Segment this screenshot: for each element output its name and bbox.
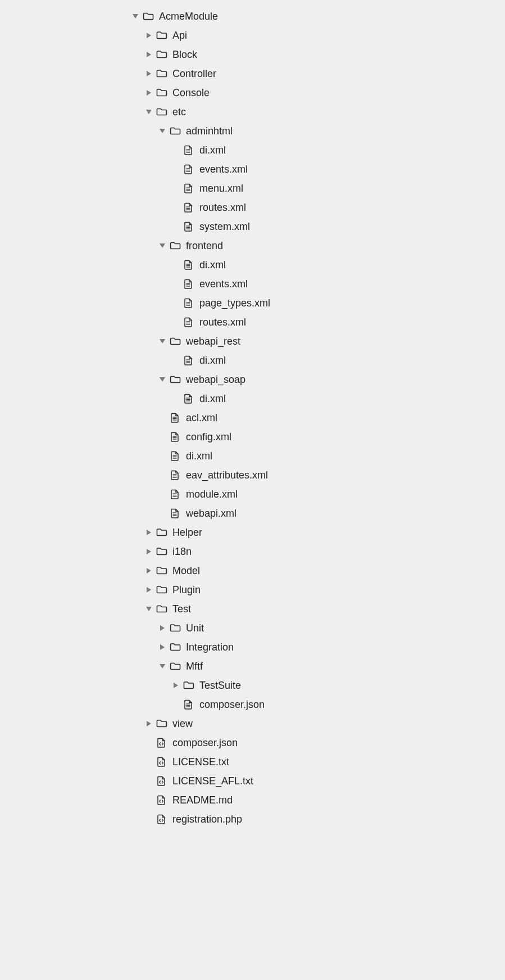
tree-item-label: Unit: [186, 618, 204, 638]
file-text-icon: [169, 432, 181, 442]
tree-row[interactable]: i18n: [0, 542, 505, 561]
chevron-right-icon[interactable]: [145, 548, 152, 555]
chevron-down-icon[interactable]: [132, 13, 139, 20]
tree-row[interactable]: webapi_rest: [0, 332, 505, 351]
tree-item-label: Block: [172, 45, 197, 64]
file-tree: AcmeModuleApiBlockControllerConsoleetcad…: [0, 0, 505, 846]
tree-row[interactable]: routes.xml: [0, 198, 505, 217]
tree-row[interactable]: di.xml: [0, 446, 505, 466]
chevron-right-icon[interactable]: [145, 529, 152, 536]
folder-open-icon: [169, 241, 181, 251]
tree-row[interactable]: Api: [0, 26, 505, 45]
tree-row[interactable]: README.md: [0, 791, 505, 810]
tree-row[interactable]: etc: [0, 102, 505, 121]
chevron-down-icon[interactable]: [145, 606, 152, 612]
tree-item-label: Model: [172, 561, 200, 580]
tree-row[interactable]: LICENSE.txt: [0, 752, 505, 771]
tree-row[interactable]: routes.xml: [0, 313, 505, 332]
tree-row[interactable]: Model: [0, 561, 505, 580]
tree-item-label: acl.xml: [186, 408, 217, 427]
tree-row[interactable]: view: [0, 714, 505, 733]
tree-row[interactable]: acl.xml: [0, 408, 505, 427]
tree-row[interactable]: di.xml: [0, 141, 505, 160]
tree-row[interactable]: composer.json: [0, 695, 505, 714]
tree-row[interactable]: frontend: [0, 236, 505, 255]
chevron-right-icon[interactable]: [145, 70, 152, 77]
chevron-right-icon[interactable]: [172, 682, 179, 689]
tree-row[interactable]: Unit: [0, 618, 505, 638]
tree-row[interactable]: di.xml: [0, 255, 505, 274]
tree-row[interactable]: Controller: [0, 64, 505, 83]
tree-row[interactable]: adminhtml: [0, 121, 505, 141]
file-text-icon: [169, 508, 181, 518]
chevron-down-icon[interactable]: [159, 663, 166, 670]
tree-row[interactable]: di.xml: [0, 389, 505, 408]
tree-row[interactable]: page_types.xml: [0, 293, 505, 313]
folder-open-icon: [169, 661, 181, 671]
file-code-icon: [156, 738, 168, 748]
chevron-right-icon[interactable]: [159, 625, 166, 631]
folder-closed-icon: [156, 527, 168, 538]
tree-item-label: events.xml: [199, 274, 248, 293]
tree-row[interactable]: LICENSE_AFL.txt: [0, 771, 505, 791]
tree-item-label: Integration: [186, 638, 234, 657]
tree-item-label: di.xml: [199, 255, 226, 274]
tree-row[interactable]: registration.php: [0, 810, 505, 829]
tree-row[interactable]: webapi_soap: [0, 370, 505, 389]
tree-row[interactable]: events.xml: [0, 274, 505, 293]
tree-row[interactable]: Block: [0, 45, 505, 64]
tree-row[interactable]: Plugin: [0, 580, 505, 599]
file-text-icon: [169, 470, 181, 480]
folder-closed-icon: [156, 88, 168, 98]
file-text-icon: [183, 699, 195, 710]
chevron-right-icon[interactable]: [145, 51, 152, 58]
tree-row[interactable]: events.xml: [0, 160, 505, 179]
chevron-down-icon[interactable]: [159, 128, 166, 134]
tree-row[interactable]: di.xml: [0, 351, 505, 370]
tree-item-label: view: [172, 714, 193, 733]
tree-row[interactable]: Integration: [0, 638, 505, 657]
chevron-right-icon[interactable]: [145, 32, 152, 39]
folder-closed-icon: [169, 642, 181, 652]
tree-row[interactable]: composer.json: [0, 733, 505, 752]
file-text-icon: [169, 413, 181, 423]
chevron-down-icon[interactable]: [159, 242, 166, 249]
tree-item-label: page_types.xml: [199, 293, 270, 313]
tree-row[interactable]: eav_attributes.xml: [0, 466, 505, 485]
chevron-down-icon[interactable]: [159, 338, 166, 345]
tree-row[interactable]: config.xml: [0, 427, 505, 446]
file-code-icon: [156, 776, 168, 786]
folder-closed-icon: [156, 547, 168, 557]
file-text-icon: [169, 489, 181, 499]
tree-row[interactable]: Mftf: [0, 657, 505, 676]
tree-row[interactable]: AcmeModule: [0, 7, 505, 26]
tree-item-label: frontend: [186, 236, 223, 255]
chevron-down-icon[interactable]: [145, 109, 152, 115]
tree-row[interactable]: webapi.xml: [0, 504, 505, 523]
tree-item-label: menu.xml: [199, 179, 243, 198]
tree-item-label: LICENSE_AFL.txt: [172, 771, 253, 791]
tree-row[interactable]: Test: [0, 599, 505, 618]
tree-item-label: routes.xml: [199, 313, 246, 332]
tree-row[interactable]: module.xml: [0, 485, 505, 504]
tree-row[interactable]: Helper: [0, 523, 505, 542]
folder-open-icon: [169, 336, 181, 346]
chevron-right-icon[interactable]: [145, 720, 152, 727]
tree-item-label: Plugin: [172, 580, 201, 599]
tree-row[interactable]: menu.xml: [0, 179, 505, 198]
tree-item-label: eav_attributes.xml: [186, 466, 268, 485]
tree-row[interactable]: system.xml: [0, 217, 505, 236]
chevron-down-icon[interactable]: [159, 376, 166, 383]
chevron-right-icon[interactable]: [159, 644, 166, 651]
tree-row[interactable]: TestSuite: [0, 676, 505, 695]
file-code-icon: [156, 795, 168, 805]
file-text-icon: [183, 202, 195, 213]
tree-item-label: etc: [172, 102, 186, 121]
tree-row[interactable]: Console: [0, 83, 505, 102]
chevron-right-icon[interactable]: [145, 89, 152, 96]
chevron-right-icon[interactable]: [145, 586, 152, 593]
tree-item-label: di.xml: [186, 446, 212, 466]
file-text-icon: [183, 394, 195, 404]
tree-item-label: webapi.xml: [186, 504, 236, 523]
chevron-right-icon[interactable]: [145, 567, 152, 574]
